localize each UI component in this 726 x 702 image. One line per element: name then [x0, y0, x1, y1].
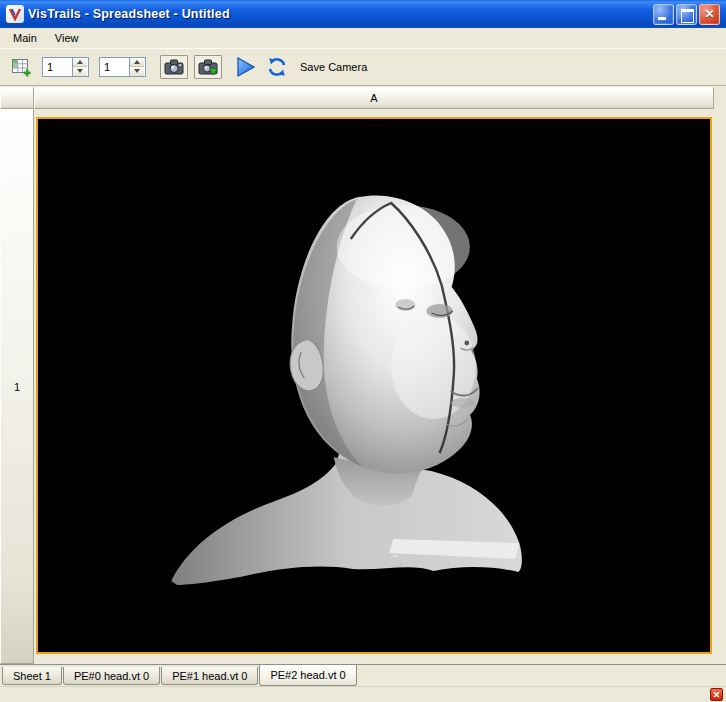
tab-label: PE#2 head.vt 0 — [270, 669, 345, 681]
camera-button[interactable] — [160, 55, 188, 79]
vistrails-logo-icon — [8, 7, 22, 21]
arrow-up-icon — [134, 60, 140, 64]
tab-pe2-head[interactable]: PE#2 head.vt 0 — [259, 665, 356, 686]
maximize-button[interactable] — [676, 4, 697, 25]
tab-label: PE#0 head.vt 0 — [74, 670, 149, 682]
status-close-button[interactable]: ✕ — [710, 688, 723, 701]
sheet-grid-plus-icon — [11, 57, 31, 77]
arrow-up-icon — [77, 60, 83, 64]
save-camera-label: Save Camera — [300, 61, 367, 73]
camera-save-icon — [198, 58, 218, 76]
head-render — [38, 119, 710, 652]
sheet-size-button[interactable] — [8, 54, 34, 80]
arrow-down-icon — [134, 69, 140, 73]
column-count-spinbox[interactable] — [99, 57, 146, 77]
spreadsheet-cell-a1[interactable] — [36, 117, 712, 654]
camera-export-button[interactable] — [194, 55, 222, 79]
row-count-down-button[interactable] — [73, 67, 87, 76]
title-bar[interactable]: VisTrails - Spreadsheet - Untitled ✕ — [0, 0, 726, 28]
save-camera-button[interactable]: Save Camera — [266, 56, 367, 78]
arrow-down-icon — [77, 69, 83, 73]
column-count-input[interactable] — [100, 58, 129, 76]
tab-pe0-head[interactable]: PE#0 head.vt 0 — [63, 667, 160, 685]
row-count-spin-buttons — [72, 58, 87, 76]
menu-item-main[interactable]: Main — [4, 30, 46, 46]
refresh-arrows-icon — [266, 56, 288, 78]
row-count-spinbox[interactable] — [42, 57, 89, 77]
menu-bar: Main View — [0, 28, 726, 48]
play-icon — [233, 55, 257, 79]
column-count-up-button[interactable] — [130, 58, 144, 68]
row-count-input[interactable] — [43, 58, 72, 76]
column-count-spin-buttons — [129, 58, 144, 76]
row-header-1[interactable]: 1 — [0, 109, 34, 664]
tab-label: PE#1 head.vt 0 — [172, 670, 247, 682]
column-header-a[interactable]: A — [34, 87, 714, 109]
close-icon: ✕ — [700, 5, 719, 24]
toolbar: Save Camera — [0, 48, 726, 86]
tab-sheet-1[interactable]: Sheet 1 — [2, 667, 62, 685]
sheet-tab-bar: Sheet 1 PE#0 head.vt 0 PE#1 head.vt 0 PE… — [0, 664, 726, 686]
vistrails-app-icon[interactable] — [6, 5, 24, 23]
row-count-up-button[interactable] — [73, 58, 87, 68]
minimize-button[interactable] — [653, 4, 674, 25]
close-button[interactable]: ✕ — [699, 4, 720, 25]
column-count-down-button[interactable] — [130, 67, 144, 76]
header-corner[interactable] — [0, 87, 34, 109]
window-title: VisTrails - Spreadsheet - Untitled — [28, 7, 230, 21]
tab-label: Sheet 1 — [13, 670, 51, 682]
camera-icon — [164, 58, 184, 76]
vistrails-spreadsheet-window: VisTrails - Spreadsheet - Untitled ✕ Mai… — [0, 0, 726, 702]
menu-item-view[interactable]: View — [46, 30, 88, 46]
window-controls: ✕ — [653, 4, 722, 25]
sheet-cell-area — [34, 109, 714, 664]
tab-pe1-head[interactable]: PE#1 head.vt 0 — [161, 667, 258, 685]
execute-button[interactable] — [232, 54, 258, 80]
status-bar: ✕ — [0, 686, 726, 702]
close-icon: ✕ — [713, 690, 721, 700]
